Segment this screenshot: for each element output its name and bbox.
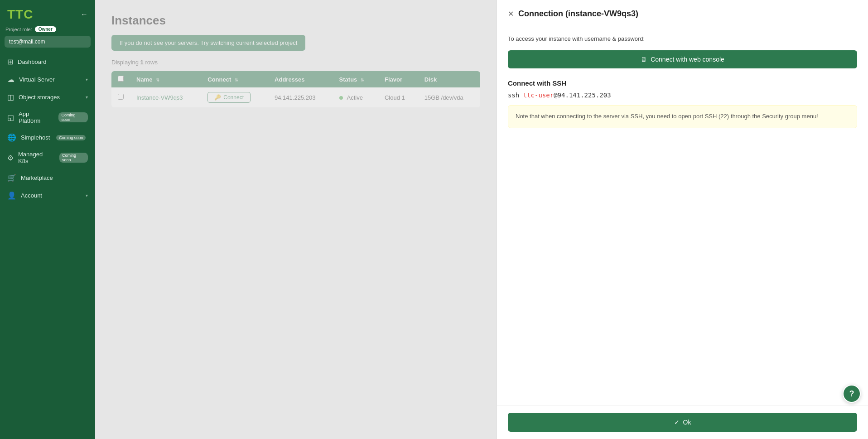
cloud-icon: ☁ xyxy=(7,75,14,84)
sidebar-item-label: Virtual Server xyxy=(19,76,55,83)
sidebar-item-virtual-server[interactable]: ☁ Virtual Server ▾ xyxy=(0,71,95,88)
chevron-down-icon: ▾ xyxy=(86,95,88,100)
project-selector[interactable]: test@mail.com xyxy=(5,36,91,48)
sidebar-item-label: Account xyxy=(21,192,42,199)
dashboard-icon: ⊞ xyxy=(7,58,13,66)
help-button[interactable]: ? xyxy=(843,385,861,403)
project-role-label: Project role: xyxy=(5,27,32,32)
overlay xyxy=(95,0,497,439)
chevron-down-icon: ▾ xyxy=(86,193,88,198)
check-icon: ✓ xyxy=(674,419,680,426)
sidebar-item-label: Dashboard xyxy=(18,58,47,65)
marketplace-icon: 🛒 xyxy=(7,174,16,182)
account-icon: 👤 xyxy=(7,191,16,200)
sidebar-item-label: Marketplace xyxy=(21,174,53,181)
sidebar-item-simplehost[interactable]: 🌐 Simplehost Coming soon xyxy=(0,129,95,146)
panel-footer: ✓ Ok xyxy=(497,405,868,439)
ssh-prefix: ssh xyxy=(508,92,523,99)
project-role-section: Project role: Owner xyxy=(0,26,95,36)
ssh-at: @ xyxy=(554,92,557,99)
ssh-section-title: Connect with SSH xyxy=(508,79,857,87)
logo: TTC xyxy=(7,7,33,22)
sidebar-item-object-storages[interactable]: ◫ Object storages ▾ xyxy=(0,88,95,106)
connection-panel: ✕ Connection (instance-VW9qs3) To access… xyxy=(497,0,868,439)
sidebar-item-account[interactable]: 👤 Account ▾ xyxy=(0,187,95,204)
ssh-host: 94.141.225.203 xyxy=(558,92,611,99)
close-panel-button[interactable]: ✕ xyxy=(508,10,514,18)
panel-subtitle: To access your instance with username & … xyxy=(508,35,857,42)
collapse-sidebar-button[interactable]: ← xyxy=(81,10,88,19)
ssh-note: Note that when connecting to the server … xyxy=(508,105,857,128)
ssh-user: ttc-user xyxy=(523,92,554,99)
coming-soon-badge: Coming soon xyxy=(59,153,88,163)
sidebar-item-app-platform[interactable]: ◱ App Platform Coming soon xyxy=(0,106,95,129)
box-icon: ◫ xyxy=(7,93,14,101)
sidebar-nav: ⊞ Dashboard ☁ Virtual Server ▾ ◫ Object … xyxy=(0,53,95,439)
web-console-button[interactable]: 🖥 Connect with web console xyxy=(508,50,857,68)
sidebar-item-managed-k8s[interactable]: ⚙ Managed K8s Coming soon xyxy=(0,146,95,169)
coming-soon-badge: Coming soon xyxy=(56,135,86,140)
globe-icon: 🌐 xyxy=(7,133,16,142)
sidebar-item-label: Managed K8s xyxy=(18,151,53,164)
owner-badge: Owner xyxy=(35,26,56,32)
coming-soon-badge: Coming soon xyxy=(58,112,88,122)
chevron-down-icon: ▾ xyxy=(86,77,88,82)
project-dropdown[interactable]: test@mail.com xyxy=(9,39,86,45)
ok-button[interactable]: ✓ Ok xyxy=(508,413,857,432)
monitor-icon: 🖥 xyxy=(641,56,647,63)
main-content-area: Instances If you do not see your servers… xyxy=(95,0,497,439)
sidebar-item-label: Object storages xyxy=(19,94,60,101)
question-mark-icon: ? xyxy=(849,389,854,399)
panel-header: ✕ Connection (instance-VW9qs3) xyxy=(497,0,868,26)
sidebar-item-dashboard[interactable]: ⊞ Dashboard xyxy=(0,53,95,71)
gear-icon: ⚙ xyxy=(7,154,14,162)
panel-title: Connection (instance-VW9qs3) xyxy=(518,9,638,19)
sidebar-item-label: Simplehost xyxy=(21,134,50,141)
app-icon: ◱ xyxy=(7,113,14,122)
sidebar: TTC ← Project role: Owner test@mail.com … xyxy=(0,0,95,439)
sidebar-item-marketplace[interactable]: 🛒 Marketplace xyxy=(0,169,95,187)
ssh-command: ssh ttc-user@94.141.225.203 xyxy=(508,92,857,99)
instances-page: Instances If you do not see your servers… xyxy=(95,0,497,439)
sidebar-item-label: App Platform xyxy=(19,111,52,124)
panel-body: To access your instance with username & … xyxy=(497,26,868,405)
sidebar-header: TTC ← xyxy=(0,0,95,26)
